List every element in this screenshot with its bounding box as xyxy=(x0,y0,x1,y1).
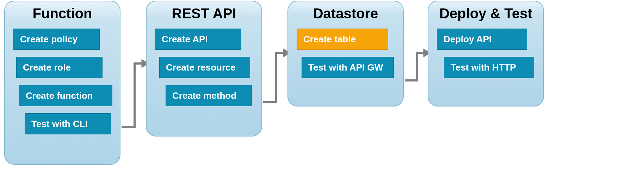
card-title-function: Function xyxy=(5,6,120,22)
step-label: Create resource xyxy=(166,62,236,73)
step-create-table: Create table xyxy=(297,29,388,50)
step-test-with-api-gw: Test with API GW xyxy=(302,57,394,78)
step-create-resource: Create resource xyxy=(159,57,250,78)
card-deploy: Deploy & Test Deploy API Test with HTTP xyxy=(428,1,544,107)
step-label: Create policy xyxy=(20,34,78,45)
step-label: Create role xyxy=(23,62,71,73)
step-label: Deploy API xyxy=(444,34,491,45)
card-title-datastore: Datastore xyxy=(288,6,403,22)
step-label: Test with API GW xyxy=(308,62,383,73)
step-list-restapi: Create API Create resource Create method xyxy=(147,22,261,113)
step-test-with-cli: Test with CLI xyxy=(25,113,111,134)
step-create-api: Create API xyxy=(155,29,241,50)
step-create-function: Create function xyxy=(19,85,112,106)
card-restapi: REST API Create API Create resource Crea… xyxy=(146,1,262,137)
step-label: Create API xyxy=(162,34,208,45)
connector-arrow-2 xyxy=(262,46,290,106)
step-label: Create table xyxy=(303,34,356,45)
card-datastore: Datastore Create table Test with API GW xyxy=(287,1,404,107)
diagram-canvas: Function Create policy Create role Creat… xyxy=(0,0,644,194)
step-create-policy: Create policy xyxy=(13,29,100,50)
step-label: Test with CLI xyxy=(31,119,88,129)
step-test-with-http: Test with HTTP xyxy=(444,57,534,78)
card-title-deploy: Deploy & Test xyxy=(428,6,543,22)
step-list-function: Create policy Create role Create functio… xyxy=(5,22,120,141)
step-create-method: Create method xyxy=(166,85,252,106)
step-list-deploy: Deploy API Test with HTTP xyxy=(428,22,543,85)
step-label: Create function xyxy=(26,90,93,101)
connector-arrow-3 xyxy=(404,46,431,88)
step-list-datastore: Create table Test with API GW xyxy=(288,22,403,85)
step-create-role: Create role xyxy=(16,57,103,78)
card-function: Function Create policy Create role Creat… xyxy=(4,1,120,165)
step-label: Create method xyxy=(172,90,236,101)
step-deploy-api: Deploy API xyxy=(437,29,527,50)
step-label: Test with HTTP xyxy=(451,62,516,73)
connector-arrow-1 xyxy=(120,56,149,131)
card-title-restapi: REST API xyxy=(147,6,261,22)
